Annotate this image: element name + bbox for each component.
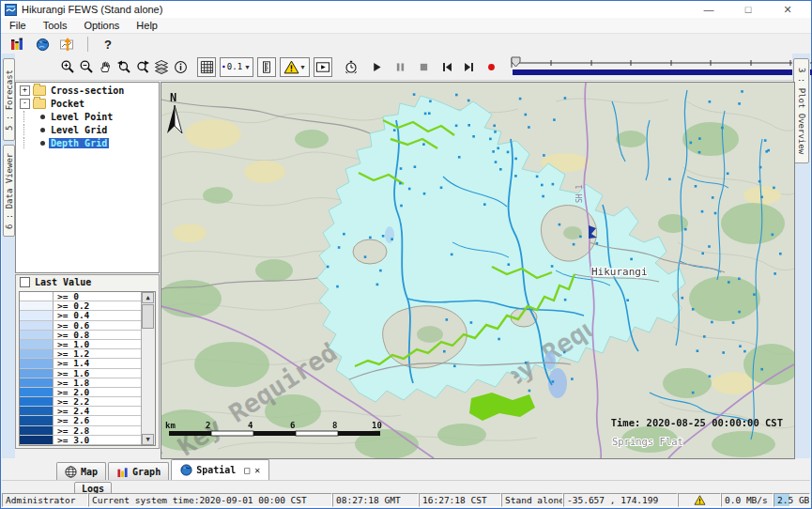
grid-display-button[interactable] [197, 57, 216, 77]
left-tab-strip: 5 : Forecast 6 : Data Viewer [2, 54, 15, 458]
layers-tree-panel: + Cross-section - Pocket Level Point Lev… [15, 82, 160, 273]
folder-icon [33, 99, 46, 109]
svg-text:6: 6 [290, 421, 295, 430]
legend-swatch [20, 311, 54, 319]
bar-chart-icon [116, 466, 129, 478]
timeseries-display-icon[interactable] [59, 36, 76, 53]
pause-button[interactable] [391, 57, 409, 77]
layers-icon[interactable] [152, 57, 171, 77]
pan-hand-icon[interactable] [96, 57, 115, 77]
status-mode: Stand alone [501, 493, 563, 507]
main-toolbar: ? [1, 34, 811, 54]
tab-maximize-icon[interactable]: □ [244, 465, 250, 475]
toolbar-separator [87, 37, 88, 52]
wireframe-globe-icon [65, 466, 77, 478]
minimize-button[interactable]: — [689, 4, 728, 15]
window-title: Hikurangi FEWS (Stand alone) [22, 4, 162, 15]
tab-data-viewer[interactable]: 6 : Data Viewer [3, 145, 15, 237]
legend-swatch [20, 445, 54, 446]
scroll-down-icon[interactable]: ▼ [142, 434, 154, 445]
map-view[interactable]: API Key Required API Key Required [161, 82, 795, 459]
status-bar: Administrator Current system time:2020-0… [2, 493, 810, 507]
maximize-button[interactable]: □ [728, 4, 768, 15]
tab-spatial[interactable]: Spatial □ ✕ [171, 459, 269, 480]
svg-text:N: N [170, 91, 176, 104]
scroll-up-icon[interactable]: ▲ [142, 292, 154, 303]
globe-icon [180, 464, 192, 476]
status-gmt-time: 08:27:18 GMT [332, 493, 419, 507]
time-slider[interactable] [508, 56, 812, 78]
status-local-time: 16:27:18 CST [419, 493, 501, 507]
go-to-end-button[interactable] [460, 57, 478, 77]
legend-swatch [20, 301, 54, 310]
bottom-tab-bar: Map Graph Spatial □ ✕ [2, 460, 810, 481]
info-icon[interactable] [171, 57, 190, 77]
tree-connector [23, 137, 40, 148]
status-warning[interactable] [678, 493, 721, 507]
menu-file[interactable]: File [6, 19, 34, 32]
zoom-previous-icon[interactable] [115, 57, 133, 77]
status-transfer-rate: 0.0 MB/s [721, 493, 774, 507]
legend-swatch [20, 369, 54, 378]
legend-swatch [20, 388, 54, 396]
play-button[interactable] [368, 57, 386, 77]
zoom-out-icon[interactable] [77, 57, 96, 77]
legend-entry[interactable]: >= 3.2 [20, 445, 142, 446]
classbreak-value: 0.1 [227, 62, 242, 71]
folder-icon [33, 85, 46, 96]
tab-close-icon[interactable]: ✕ [254, 465, 260, 475]
bullet-icon [40, 115, 45, 119]
warning-icon [694, 495, 706, 505]
tab-plot-overview[interactable]: 3 : Plot Overview [793, 58, 809, 163]
scalebar-button[interactable] [257, 57, 276, 77]
road-label: SH 1 [575, 185, 584, 203]
tree-item-cross-section[interactable]: + Cross-section [16, 85, 159, 96]
tab-graph[interactable]: Graph [108, 462, 169, 480]
menu-help[interactable]: Help [132, 19, 165, 32]
close-button[interactable]: ✕ [768, 4, 807, 16]
tree-item-pocket[interactable]: - Pocket [16, 98, 159, 109]
menu-bar: File Tools Options Help [1, 18, 811, 34]
last-value-checkbox[interactable] [20, 277, 30, 287]
go-to-start-button[interactable] [438, 57, 456, 77]
menu-tools[interactable]: Tools [39, 19, 75, 32]
tab-forecast[interactable]: 5 : Forecast [3, 58, 15, 141]
legend-scrollbar[interactable]: ▲ ▼ [141, 292, 155, 445]
tree-item-level-point[interactable]: Level Point [16, 111, 159, 122]
map-globe-icon[interactable] [34, 36, 51, 53]
tree-item-level-grid[interactable]: Level Grid [16, 124, 159, 135]
record-button[interactable] [483, 57, 500, 77]
zoom-in-icon[interactable] [58, 57, 77, 77]
legend-swatch [20, 407, 54, 415]
legend-swatch [20, 397, 54, 406]
legend-swatch [20, 359, 54, 367]
zoom-next-icon[interactable] [133, 57, 152, 77]
explorer-icon[interactable] [8, 36, 25, 53]
classbreak-dropdown[interactable]: 0.1▼ [220, 57, 253, 77]
scroll-thumb[interactable] [142, 304, 154, 329]
chevron-down-icon: ▼ [244, 64, 251, 70]
animation-window-button[interactable] [314, 57, 332, 77]
warning-threshold-dropdown[interactable]: ▼ [280, 57, 310, 77]
town-label: Hikurangi [591, 266, 648, 278]
legend-entry[interactable]: >= 1.4 [20, 359, 142, 368]
help-button[interactable]: ? [100, 36, 116, 53]
expand-icon[interactable]: + [20, 85, 30, 96]
tree-item-depth-grid[interactable]: Depth Grid [16, 137, 159, 148]
legend-swatch [20, 340, 54, 348]
chevron-down-icon: ▼ [299, 64, 306, 70]
collapse-icon[interactable]: - [20, 99, 30, 109]
stop-button[interactable] [415, 57, 433, 77]
animation-settings-icon[interactable] [342, 57, 360, 77]
status-user: Administrator [2, 493, 88, 507]
svg-text:4: 4 [248, 421, 253, 430]
bullet-icon [40, 128, 45, 132]
last-value-label: Last Value [35, 277, 91, 287]
legend-panel: Last Value >= 0 >= 0.2 >= 0.4 >= 0.6 >= … [15, 274, 160, 449]
legend-list: >= 0 >= 0.2 >= 0.4 >= 0.6 >= 0.8 >= 1.0 … [19, 291, 156, 446]
legend-swatch [20, 416, 54, 424]
legend-swatch [20, 378, 54, 387]
menu-options[interactable]: Options [80, 19, 127, 32]
place-label: Springs Flat [612, 436, 683, 447]
tab-map[interactable]: Map [56, 462, 106, 480]
